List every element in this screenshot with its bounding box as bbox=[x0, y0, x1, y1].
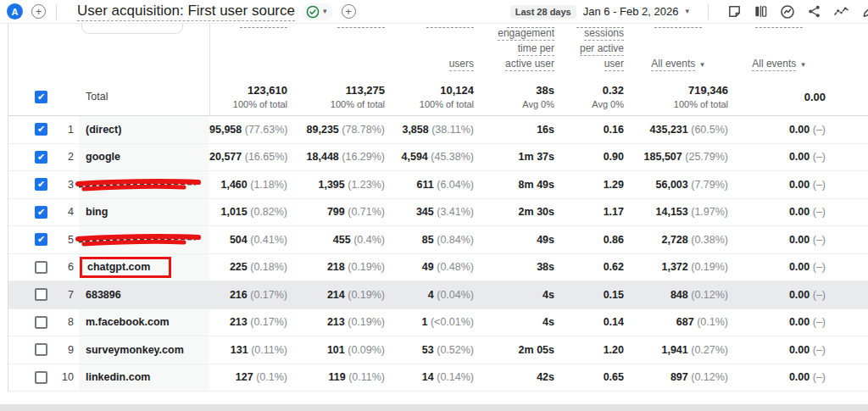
metric-cell: 848 (0.12%) bbox=[626, 289, 730, 301]
row-checkbox[interactable] bbox=[35, 343, 47, 356]
column-header[interactable] bbox=[289, 24, 387, 78]
total-value: 10,124 bbox=[387, 84, 474, 97]
metric-value: 0.00 bbox=[789, 124, 810, 136]
source-name: m.facebook.com bbox=[86, 316, 170, 328]
metric-cell: 18,448 (16.29%) bbox=[289, 151, 387, 163]
chevron-down-icon[interactable]: ▾ bbox=[801, 61, 805, 69]
table-row[interactable]: 1 (direct) 95,958 (77.63%)89,235 (78.78%… bbox=[8, 116, 868, 144]
metric-percent: (–) bbox=[813, 151, 826, 163]
metric-value: 0.15 bbox=[604, 289, 624, 301]
edit-icon[interactable] bbox=[861, 4, 868, 19]
metric-cell: 216 (0.17%) bbox=[209, 289, 289, 301]
metric-value: 0.00 bbox=[789, 179, 810, 191]
table-row[interactable]: 9 surveymonkey.com 131 (0.11%)101 (0.09%… bbox=[8, 336, 868, 364]
metric-percent: (38.11%) bbox=[431, 124, 474, 136]
metric-value: 95,958 bbox=[209, 124, 242, 136]
metric-value: 218 bbox=[327, 261, 345, 273]
metric-percent: (0.27%) bbox=[691, 344, 728, 356]
metric-cell: 38s bbox=[476, 261, 556, 273]
metric-value: 4s bbox=[542, 289, 554, 301]
metric-cell: 14 (0.14%) bbox=[387, 371, 476, 383]
row-checkbox[interactable] bbox=[35, 233, 47, 246]
row-checkbox[interactable] bbox=[35, 123, 47, 136]
row-number: 1 bbox=[55, 124, 79, 136]
date-range-chip[interactable]: Last 28 days bbox=[510, 5, 576, 19]
table-row[interactable]: 2 google 20,577 (16.65%)18,448 (16.29%)4… bbox=[8, 144, 868, 172]
metric-percent: (0.17%) bbox=[250, 289, 287, 301]
metric-percent: (45.38%) bbox=[431, 151, 474, 163]
metric-cell: 0.62 bbox=[556, 261, 626, 273]
metric-cell: 0.00 (–) bbox=[730, 261, 827, 273]
source-name-cell bbox=[79, 226, 209, 253]
date-range-value[interactable]: Jan 6 - Feb 2, 2026 bbox=[583, 5, 679, 18]
source-name-cell: 683896 bbox=[79, 281, 209, 308]
row-checkbox[interactable] bbox=[35, 316, 47, 329]
column-header[interactable]: All events▾ bbox=[730, 24, 827, 78]
column-header[interactable]: All events▾ bbox=[626, 24, 730, 78]
add-icon[interactable]: + bbox=[31, 4, 46, 19]
source-name: chatgpt.com bbox=[87, 261, 150, 273]
table-row[interactable]: 6 chatgpt.com 225 (0.18%)218 (0.19%)49 (… bbox=[8, 254, 868, 282]
trends-icon[interactable] bbox=[833, 4, 849, 19]
share-icon[interactable] bbox=[807, 4, 821, 19]
metric-value: 4s bbox=[542, 316, 554, 328]
chevron-down-icon[interactable]: ▾ bbox=[700, 61, 704, 69]
table-row[interactable]: 5 504 (0.41%)455 (0.4%)85 (0.84%)49s0.86… bbox=[8, 226, 868, 254]
table-row[interactable]: 10 linkedin.com 127 (0.1%)119 (0.11%)14 … bbox=[8, 364, 868, 392]
table-row[interactable]: 7 683896 216 (0.17%)214 (0.19%)4 (0.04%)… bbox=[8, 281, 868, 309]
metric-cell: 1,015 (0.82%) bbox=[209, 206, 289, 218]
comparison-icon[interactable] bbox=[754, 4, 768, 19]
row-checkbox[interactable] bbox=[35, 371, 47, 384]
row-checkbox[interactable] bbox=[35, 288, 47, 301]
metric-percent: (–) bbox=[813, 206, 826, 218]
column-header-label: users bbox=[449, 58, 474, 71]
note-icon[interactable] bbox=[727, 4, 742, 19]
table-row[interactable]: 4 bing 1,015 (0.82%)799 (0.71%)345 (3.41… bbox=[8, 199, 868, 227]
metric-value: 435,231 bbox=[650, 124, 688, 136]
row-checkbox[interactable] bbox=[35, 261, 47, 274]
select-all-checkbox[interactable] bbox=[35, 91, 47, 103]
column-header[interactable]: sessionsper activeuser bbox=[556, 24, 626, 78]
page-title[interactable]: User acquisition: First user source bbox=[77, 3, 295, 21]
metric-value: 56,003 bbox=[656, 179, 688, 191]
table-row[interactable]: 8 m.facebook.com 213 (0.17%)213 (0.19%)1… bbox=[8, 309, 868, 337]
total-subtext: 100% of total bbox=[626, 99, 728, 109]
source-name-cell bbox=[79, 171, 209, 198]
column-header[interactable] bbox=[209, 24, 289, 78]
metric-cell: 53 (0.52%) bbox=[387, 344, 476, 356]
metric-value: 611 bbox=[417, 179, 434, 191]
metric-percent: (1.23%) bbox=[348, 179, 385, 191]
metric-value: 0.00 bbox=[789, 344, 810, 356]
report-status-badge[interactable]: ▾ bbox=[302, 3, 333, 20]
insights-clock-icon[interactable] bbox=[780, 4, 795, 19]
metric-percent: (1.18%) bbox=[250, 179, 287, 191]
metric-cell: 4s bbox=[476, 289, 556, 301]
table-row[interactable]: 3 1,460 (1.18%)1,395 (1.23%)611 (6.04%)8… bbox=[8, 171, 868, 199]
account-avatar[interactable]: A bbox=[7, 3, 23, 19]
chevron-down-icon[interactable]: ▾ bbox=[685, 8, 689, 15]
row-checkbox[interactable] bbox=[35, 206, 47, 219]
red-annotation-box: chatgpt.com bbox=[80, 257, 171, 278]
toolbar-right: Last 28 days Jan 6 - Feb 2, 2026 ▾ bbox=[510, 4, 868, 19]
add-comparison-icon[interactable]: + bbox=[342, 4, 356, 19]
metric-cell: 185,507 (25.79%) bbox=[626, 151, 730, 163]
truncated-header-dash bbox=[654, 27, 702, 28]
metric-value: 897 bbox=[670, 371, 688, 383]
total-value: 113,275 bbox=[289, 84, 385, 97]
row-checkbox[interactable] bbox=[35, 151, 47, 164]
metric-value: 0.90 bbox=[604, 151, 624, 163]
metric-value: 4 bbox=[428, 289, 434, 301]
row-number: 4 bbox=[55, 206, 79, 218]
column-header[interactable]: users bbox=[387, 24, 476, 78]
metric-cell: 799 (0.71%) bbox=[289, 206, 387, 218]
source-name-cell: bing bbox=[79, 199, 209, 226]
total-row: Total 123,610100% of total113,275100% of… bbox=[8, 78, 868, 116]
column-header[interactable]: engagementtime peractive user bbox=[476, 24, 556, 78]
metric-value: 2m 30s bbox=[519, 206, 554, 218]
metric-cell: 0.00 (–) bbox=[730, 151, 827, 163]
metric-value: 49s bbox=[537, 234, 554, 246]
metric-value: 504 bbox=[230, 234, 248, 246]
bottom-scrollbar-track[interactable] bbox=[0, 404, 868, 411]
row-checkbox[interactable] bbox=[35, 178, 47, 191]
truncated-header-dash bbox=[755, 27, 803, 28]
